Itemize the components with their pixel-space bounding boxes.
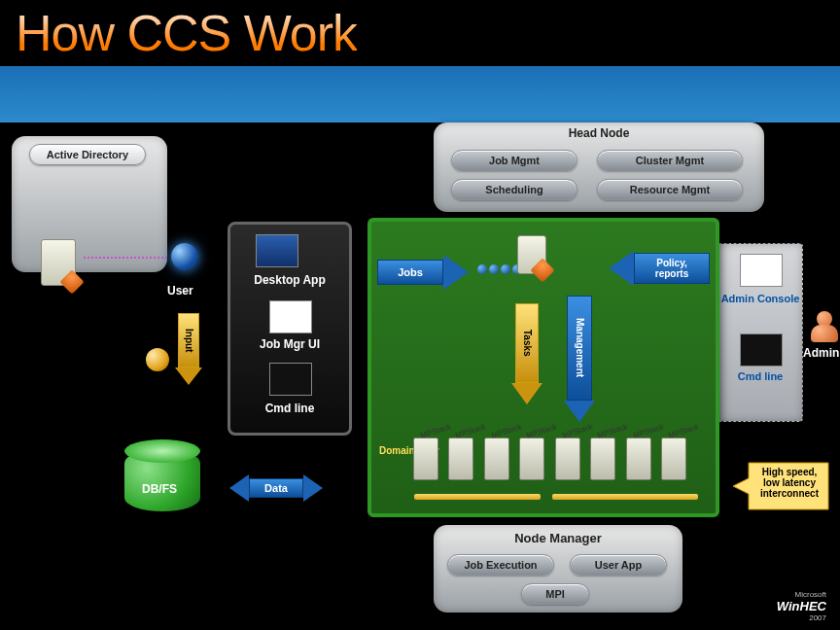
database-icon (124, 449, 200, 511)
cluster-nodes-row: MPStack MPStack MPStack MPStack MPStack … (410, 438, 689, 484)
dotted-connector (84, 257, 167, 259)
admin-console-label: Admin Console (718, 293, 802, 304)
job-mgmt-box: Job Mgmt (451, 150, 578, 171)
resource-mgmt-box: Resource Mgmt (597, 179, 743, 200)
job-mgr-ui-thumb (269, 300, 312, 333)
server-icon (41, 239, 76, 286)
active-directory-panel: Active Directory (12, 136, 167, 272)
jobs-arrow: Jobs (377, 255, 469, 290)
page-title: How CCS Work (16, 4, 357, 62)
globe-icon (171, 243, 198, 270)
desktop-app-thumb (256, 234, 298, 267)
management-arrow: Management (564, 296, 595, 422)
mpi-box: MPI (521, 583, 589, 605)
interconnect-callout: High speed, low latency interconnect (731, 457, 832, 519)
person-icon (809, 311, 840, 342)
footer-brand: WinHEC (777, 599, 826, 613)
data-arrow: Data (229, 474, 323, 502)
footer-logo: Microsoft WinHEC 2007 (777, 590, 826, 622)
cmdline-thumb (269, 363, 312, 396)
scheduling-box: Scheduling (451, 179, 578, 200)
data-arrow-label: Data (264, 482, 288, 494)
sphere-icon (146, 348, 169, 371)
db-label: DB/FS (142, 482, 177, 496)
input-arrow: Input (175, 313, 202, 385)
admin-cmdline-label: Cmd line (718, 370, 802, 382)
admin-console-thumb (740, 254, 783, 287)
head-node-panel: Head Node Job Mgmt Cluster Mgmt Scheduli… (434, 122, 764, 212)
head-node-title: Head Node (434, 126, 764, 140)
active-directory-label: Active Directory (29, 144, 146, 165)
management-label: Management (575, 318, 585, 377)
admin-cmdline-thumb (740, 333, 783, 367)
jobs-label: Jobs (398, 266, 423, 278)
footer-year: 2007 (777, 613, 826, 622)
node-manager-title: Node Manager (434, 531, 682, 545)
client-screen: Desktop App Job Mgr UI Cmd line (228, 222, 352, 436)
cluster-mgmt-box: Cluster Mgmt (597, 150, 743, 171)
admin-label: Admin (803, 346, 839, 360)
tasks-label: Tasks (522, 330, 533, 357)
desktop-app-label: Desktop App (230, 273, 349, 287)
user-label: User (167, 284, 193, 298)
user-app-box: User App (570, 554, 667, 576)
job-dots (476, 261, 523, 278)
cluster-green-panel: Jobs Policy, reports Tasks Management Do… (368, 218, 719, 517)
footer-vendor: Microsoft (777, 590, 826, 599)
tasks-arrow: Tasks (511, 303, 542, 404)
policy-arrow: Policy, reports (609, 251, 710, 286)
cmdline-label: Cmd line (230, 402, 349, 415)
policy-label: Policy, reports (655, 258, 688, 279)
job-mgr-ui-label: Job Mgr UI (230, 337, 349, 351)
node-manager-panel: Node Manager Job Execution User App MPI (434, 525, 682, 612)
head-server-icon (517, 235, 546, 274)
interconnect-label: High speed, low latency interconnect (752, 467, 826, 499)
input-arrow-label: Input (184, 329, 194, 352)
admin-console-panel: Admin Console Cmd line (718, 243, 803, 422)
job-execution-box: Job Execution (447, 554, 554, 576)
